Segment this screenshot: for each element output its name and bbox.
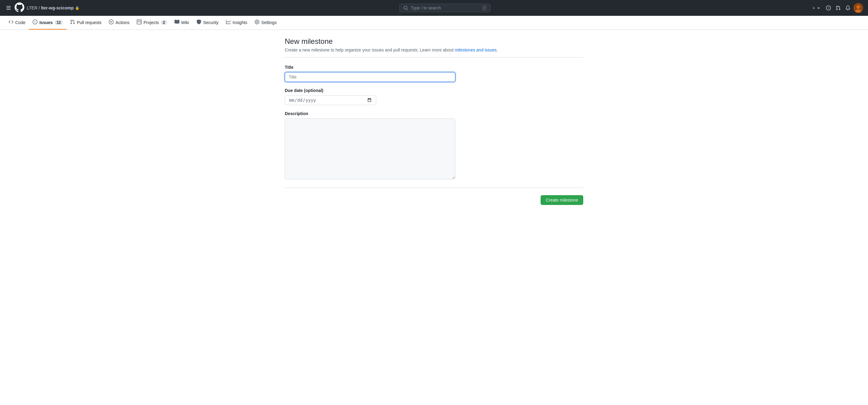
new-button[interactable]: + (811, 4, 823, 12)
nav-wiki[interactable]: Wiki (171, 16, 193, 30)
svg-point-1 (857, 5, 860, 9)
pull-requests-button[interactable] (834, 4, 842, 12)
nav-settings-label: Settings (261, 20, 277, 25)
create-milestone-button[interactable]: Create milestone (540, 195, 583, 205)
main-content: New milestone Create a new milestone to … (280, 30, 588, 212)
nav-insights[interactable]: Insights (222, 16, 251, 30)
lock-icon: 🔒 (75, 6, 80, 10)
repo-nav: Code Issues 12 Pull requests Actions (0, 16, 868, 30)
page-divider (285, 57, 583, 58)
issues-badge: 12 (55, 20, 63, 25)
nav-issues[interactable]: Issues 12 (29, 16, 66, 30)
code-icon (8, 20, 13, 25)
actions-icon (109, 20, 114, 25)
nav-actions-label: Actions (116, 20, 129, 25)
search-text: Type / to search (410, 5, 441, 10)
pull-requests-icon (70, 20, 75, 25)
form-divider (285, 188, 583, 188)
nav-pull-requests[interactable]: Pull requests (66, 16, 105, 30)
projects-icon (137, 20, 142, 25)
title-label: Title (285, 65, 583, 70)
title-group: Title (285, 65, 583, 82)
due-date-group: Due date (optional) (285, 88, 583, 105)
form-actions: Create milestone (285, 195, 583, 205)
nav-wiki-label: Wiki (181, 20, 189, 25)
description-group: Description (285, 111, 583, 180)
description-label: Description (285, 111, 583, 116)
breadcrumb: LTER / lter-wg-scicomp 🔒 (27, 5, 80, 10)
wiki-icon (175, 20, 179, 25)
page-title: New milestone (285, 37, 583, 46)
due-date-label: Due date (optional) (285, 88, 583, 93)
header-actions: + (811, 3, 863, 13)
settings-icon (255, 20, 259, 25)
new-milestone-form: Title Due date (optional) Description Cr… (285, 65, 583, 205)
nav-actions[interactable]: Actions (105, 16, 133, 30)
issues-button[interactable] (824, 4, 833, 12)
nav-code[interactable]: Code (5, 16, 29, 30)
page-description: Create a new milestone to help organize … (285, 48, 583, 52)
title-input[interactable] (285, 72, 455, 82)
search-box[interactable]: Type / to search / (399, 4, 491, 12)
nav-projects-label: Projects (144, 20, 159, 25)
search-shortcut: / (482, 5, 487, 11)
projects-badge: 2 (161, 20, 167, 25)
milestones-and-issues-link[interactable]: milestones and issues (455, 48, 497, 52)
avatar (854, 3, 863, 13)
header-left: LTER / lter-wg-scicomp 🔒 (5, 2, 80, 13)
header: LTER / lter-wg-scicomp 🔒 Type / to searc… (0, 0, 868, 16)
nav-settings[interactable]: Settings (251, 16, 280, 30)
github-logo[interactable] (14, 2, 24, 13)
nav-projects[interactable]: Projects 2 (133, 16, 170, 30)
issues-icon (33, 20, 37, 25)
insights-icon (226, 20, 231, 25)
breadcrumb-separator: / (39, 5, 40, 10)
description-textarea[interactable] (285, 119, 455, 179)
nav-pull-requests-label: Pull requests (77, 20, 101, 25)
avatar-button[interactable] (854, 3, 863, 13)
header-search: Type / to search / (83, 4, 807, 12)
nav-security[interactable]: Security (193, 16, 222, 30)
security-icon (196, 20, 201, 25)
notifications-button[interactable] (844, 4, 852, 12)
repo-name: lter-wg-scicomp (41, 5, 74, 10)
nav-security-label: Security (203, 20, 219, 25)
nav-code-label: Code (15, 20, 25, 25)
org-link[interactable]: LTER (27, 5, 37, 10)
nav-issues-label: Issues (39, 20, 53, 25)
hamburger-button[interactable] (5, 4, 12, 11)
due-date-input[interactable] (285, 95, 376, 105)
nav-insights-label: Insights (233, 20, 247, 25)
